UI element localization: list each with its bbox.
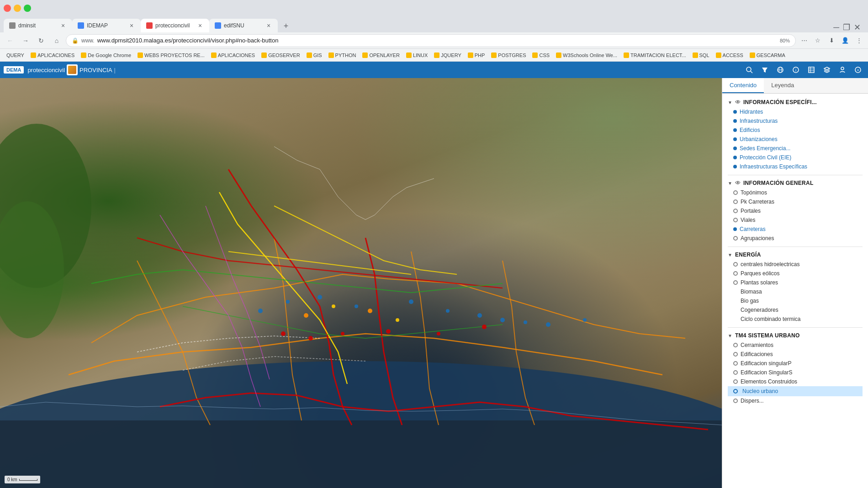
bookmark-css[interactable]: CSS bbox=[529, 52, 552, 59]
bookmark-gis[interactable]: GIS bbox=[304, 52, 325, 59]
table-tool-btn[interactable] bbox=[805, 63, 818, 76]
tab-contenido[interactable]: Contenido bbox=[722, 78, 764, 93]
layer-nucleo-urbano[interactable]: Nucleo urbano bbox=[728, 386, 863, 396]
restore-btn[interactable]: ❐ bbox=[843, 22, 850, 32]
bookmark-aplicaciones-2[interactable]: APLICACIONES bbox=[208, 52, 258, 59]
bookmark-python[interactable]: PYTHON bbox=[326, 52, 359, 59]
bookmark-openlayer[interactable]: OPENLAYER bbox=[360, 52, 402, 59]
bookmark-aplicaciones-1[interactable]: APLICACIONES bbox=[28, 52, 77, 59]
close-window-btn[interactable] bbox=[4, 5, 11, 12]
layer-viales[interactable]: Viales bbox=[728, 215, 863, 225]
layer-edificacion-singularp[interactable]: Edificacion singularP bbox=[728, 359, 863, 368]
layer-label-edifp: Edificacion singularP bbox=[741, 360, 791, 367]
layer-hidrantes[interactable]: Hidrantes bbox=[728, 107, 863, 116]
new-tab-button[interactable]: + bbox=[280, 20, 292, 32]
download-btn[interactable]: ⬇ bbox=[826, 35, 837, 46]
layer-edificacion-singulars[interactable]: Edificacion SingularS bbox=[728, 368, 863, 377]
address-text[interactable]: www.dpmsit2010.malaga.es/proteccioncivil… bbox=[97, 37, 773, 44]
layer-sedes-emergencia[interactable]: Sedes Emergencia... bbox=[728, 144, 863, 153]
home-button[interactable]: ⌂ bbox=[50, 34, 63, 47]
tab-leyenda[interactable]: Leyenda bbox=[764, 78, 801, 93]
section-header-tm4[interactable]: ▼ TM4 Sistema Urbano bbox=[728, 331, 863, 341]
section-header-info-especifica[interactable]: ▼ 👁 INFORMACIÓN ESPECÍFI... bbox=[728, 97, 863, 107]
filter-tool-btn[interactable] bbox=[758, 63, 771, 76]
layer-ciclo-combinado[interactable]: Ciclo combinado termica bbox=[728, 315, 863, 324]
layer-proteccion-civil[interactable]: Protección Civil (EIE) bbox=[728, 153, 863, 162]
bookmark-linux[interactable]: LINUX bbox=[403, 52, 430, 59]
tab-close-idemap[interactable]: × bbox=[128, 22, 135, 29]
layer-centrales[interactable]: centrales hidroelectricas bbox=[728, 260, 863, 269]
layer-cogeneradores[interactable]: Cogeneradores bbox=[728, 305, 863, 315]
tab-close-edifsnu[interactable]: × bbox=[265, 22, 272, 29]
bookmark-geoserver[interactable]: GEOSERVER bbox=[259, 52, 303, 59]
minimize-btn[interactable]: ─ bbox=[833, 23, 839, 32]
more-tool-btn[interactable]: + bbox=[852, 63, 864, 76]
close-btn[interactable]: ✕ bbox=[854, 22, 861, 32]
layer-label-edificios: Edificios bbox=[740, 127, 760, 133]
folder-icon bbox=[328, 52, 334, 58]
layer-plantas-solares[interactable]: Plantas solares bbox=[728, 278, 863, 287]
title-bar bbox=[0, 0, 868, 16]
forward-button[interactable]: → bbox=[19, 34, 32, 47]
layer-infraestructuras-especificas[interactable]: Infraestructuras Específicas bbox=[728, 162, 863, 171]
reload-button[interactable]: ↻ bbox=[35, 34, 48, 47]
extensions-btn[interactable]: ⋯ bbox=[799, 35, 810, 46]
menu-btn[interactable]: ⋮ bbox=[853, 35, 864, 46]
bookmark-webs[interactable]: WEBS PROYECTOS RE... bbox=[135, 52, 207, 59]
tab-dminsit[interactable]: dminsit × bbox=[4, 19, 72, 32]
svg-point-23 bbox=[318, 295, 322, 299]
bookmark-w3schools[interactable]: W3Schools Online We... bbox=[553, 52, 620, 59]
tab-close-dminsit[interactable]: × bbox=[59, 22, 67, 29]
search-tool-btn[interactable] bbox=[743, 63, 756, 76]
layer-elementos-construidos[interactable]: Elementos Construidos bbox=[728, 377, 863, 386]
tab-proteccioncivil[interactable]: proteccioncivil × bbox=[141, 19, 209, 32]
bookmark-access[interactable]: ACCESS bbox=[713, 52, 746, 59]
folder-icon bbox=[434, 52, 439, 58]
layer-dispers[interactable]: Dispers... bbox=[728, 396, 863, 405]
layer-edificios[interactable]: Edificios bbox=[728, 126, 863, 135]
layer-biogas[interactable]: Bio gas bbox=[728, 296, 863, 305]
bookmark-postgres[interactable]: POSTGRES bbox=[488, 52, 529, 59]
layer-toponimos[interactable]: Topónimos bbox=[728, 188, 863, 197]
bookmark-sql[interactable]: SQL bbox=[690, 52, 712, 59]
layer-infraestructuras[interactable]: Infraestructuras bbox=[728, 116, 863, 126]
app-logo[interactable]: DEMA bbox=[4, 66, 24, 73]
back-button[interactable]: ← bbox=[4, 34, 16, 47]
user-tool-btn[interactable] bbox=[836, 63, 849, 76]
maximize-window-btn[interactable] bbox=[24, 5, 31, 12]
tab-label-proteccioncivil: proteccioncivil bbox=[155, 22, 190, 29]
bookmark-jquery[interactable]: JQUERY bbox=[431, 52, 464, 59]
tab-edifsnu[interactable]: edifSNU × bbox=[209, 19, 278, 32]
layer-portales[interactable]: Portales bbox=[728, 206, 863, 215]
layer-agrupaciones[interactable]: Agrupaciones bbox=[728, 234, 863, 243]
section-header-energia[interactable]: ▼ ENERGÍA bbox=[728, 250, 863, 260]
layer-biomasa[interactable]: Biomasa bbox=[728, 287, 863, 296]
tab-close-proteccioncivil[interactable]: × bbox=[196, 22, 204, 29]
layer-carreteras[interactable]: Carreteras bbox=[728, 225, 863, 234]
divider-2 bbox=[728, 247, 863, 247]
map-area[interactable]: 0 km bbox=[0, 78, 722, 488]
address-input-container[interactable]: 🔒 www. www.dpmsit2010.malaga.es/protecci… bbox=[66, 34, 796, 47]
panel-content[interactable]: ▼ 👁 INFORMACIÓN ESPECÍFI... Hidrantes In… bbox=[722, 94, 868, 488]
layer-pk-carreteras[interactable]: Pk Carreteras bbox=[728, 197, 863, 206]
layer-edificaciones[interactable]: Edificaciones bbox=[728, 350, 863, 359]
layer-urbanizaciones[interactable]: Urbanizaciones bbox=[728, 135, 863, 144]
layers-tool-btn[interactable] bbox=[820, 63, 833, 76]
layer-dot-infraesp bbox=[733, 165, 737, 168]
bookmark-php[interactable]: PHP bbox=[465, 52, 488, 59]
section-header-info-general[interactable]: ▼ 👁 INFORMACIÓN GENERAL bbox=[728, 178, 863, 188]
folder-icon bbox=[406, 52, 412, 58]
bookmark-star-btn[interactable]: ☆ bbox=[812, 35, 823, 46]
bookmark-tramitacion[interactable]: TRAMITACION ELECT... bbox=[621, 52, 688, 59]
layer-cerramientos[interactable]: Cerramientos bbox=[728, 341, 863, 350]
profile-btn[interactable]: 👤 bbox=[840, 35, 851, 46]
tab-idemap[interactable]: IDEMAP × bbox=[72, 19, 141, 32]
bookmark-google-chrome[interactable]: De Google Chrome bbox=[78, 52, 134, 59]
globe-tool-btn[interactable] bbox=[774, 63, 787, 76]
bookmark-gescarma[interactable]: GESCARMA bbox=[747, 52, 788, 59]
bookmark-label: GESCARMA bbox=[757, 52, 785, 58]
layer-parques-eolicos[interactable]: Parques eólicos bbox=[728, 269, 863, 278]
info-tool-btn[interactable]: i bbox=[789, 63, 802, 76]
bookmark-query[interactable]: QUERY bbox=[4, 52, 27, 59]
minimize-window-btn[interactable] bbox=[14, 5, 21, 12]
